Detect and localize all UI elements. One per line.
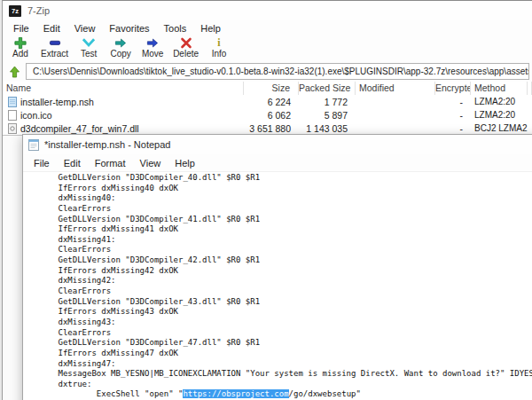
exec-prefix: ExecShell "open" " bbox=[29, 389, 183, 398]
7zip-menu-item[interactable]: View bbox=[67, 23, 103, 34]
7zip-toolbar: Add Extract Test Copy Move bbox=[3, 35, 532, 61]
copy-label: Copy bbox=[110, 50, 130, 59]
move-icon bbox=[145, 36, 160, 50]
column-header-method[interactable]: Method bbox=[471, 82, 528, 95]
info-label: Info bbox=[212, 50, 227, 59]
file-list-header: Name Size Packed Size Modified Encrypted… bbox=[3, 82, 532, 95]
code-line: ClearErrors bbox=[29, 204, 532, 215]
info-icon: i bbox=[217, 36, 220, 50]
delete-label: Delete bbox=[173, 50, 199, 59]
notepad-menu-item[interactable]: View bbox=[133, 158, 168, 169]
address-input[interactable]: C:\Users\Dennis\Downloads\tiktok_live_st… bbox=[26, 63, 529, 80]
7zip-menu-item[interactable]: Edit bbox=[36, 23, 67, 34]
extract-label: Extract bbox=[41, 50, 68, 59]
notepad-window-title: *installer-temp.nsh - Notepad bbox=[44, 139, 170, 150]
address-path: C:\Users\Dennis\Downloads\tiktok_live_st… bbox=[33, 67, 529, 76]
notepad-menubar: FileEditFormatViewHelp bbox=[23, 154, 532, 172]
delete-icon bbox=[179, 36, 193, 50]
delete-button[interactable]: Delete bbox=[168, 36, 203, 59]
info-button[interactable]: i Info bbox=[203, 36, 235, 59]
file-row[interactable]: installer-temp.nsh 6 224 1 772 - LZMA2:2… bbox=[3, 95, 532, 108]
7zip-titlebar[interactable]: 7z 7-Zip bbox=[3, 1, 532, 20]
notepad-titlebar[interactable]: *installer-temp.nsh - Notepad bbox=[23, 135, 532, 154]
7zip-menu-item[interactable]: Favorites bbox=[102, 23, 156, 34]
copy-button[interactable]: Copy bbox=[105, 36, 137, 59]
code-line: dxMissing43: bbox=[29, 318, 532, 328]
up-arrow-icon bbox=[9, 66, 20, 78]
7zip-menu-item[interactable]: Tools bbox=[157, 23, 194, 34]
file-packed-size: 5 897 bbox=[299, 110, 356, 121]
test-button[interactable]: Test bbox=[73, 36, 105, 59]
7zip-app-icon: 7z bbox=[9, 5, 21, 17]
selected-url-text: https://obsproject.com bbox=[183, 389, 288, 398]
add-icon bbox=[13, 36, 27, 50]
code-lines: GetDLLVersion "D3DCompiler_40.dll" $R0 $… bbox=[29, 173, 532, 389]
notepad-app-icon bbox=[28, 138, 39, 151]
file-row[interactable]: icon.ico 6 062 5 897 - LZMA2:20 bbox=[3, 108, 532, 122]
nsh-file-icon bbox=[8, 97, 17, 107]
file-method: LZMA2:20 bbox=[471, 97, 528, 106]
file-encrypted: - bbox=[435, 97, 471, 107]
move-button[interactable]: Move bbox=[137, 36, 168, 59]
test-icon bbox=[82, 36, 96, 50]
code-line: IfErrors dxMissing42 dxOK bbox=[29, 266, 532, 277]
extract-button[interactable]: Extract bbox=[36, 36, 73, 59]
column-header-encrypted[interactable]: Encrypted bbox=[435, 82, 471, 95]
7zip-window-title: 7-Zip bbox=[27, 5, 50, 16]
up-folder-button[interactable] bbox=[6, 64, 22, 79]
file-method: LZMA2:20 bbox=[471, 110, 528, 120]
code-line: GetDLLVersion "D3DCompiler_47.dll" $R0 $… bbox=[29, 338, 532, 349]
7zip-addressbar: C:\Users\Dennis\Downloads\tiktok_live_st… bbox=[3, 61, 532, 82]
file-list: Name Size Packed Size Modified Encrypted… bbox=[3, 82, 532, 136]
file-size: 6 062 bbox=[244, 110, 299, 121]
7zip-menu-item[interactable]: File bbox=[6, 23, 36, 34]
code-line: dxtrue: bbox=[29, 380, 532, 390]
7zip-menu-item[interactable]: Help bbox=[193, 23, 228, 34]
test-label: Test bbox=[81, 50, 97, 59]
file-name: installer-temp.nsh bbox=[20, 97, 94, 107]
code-line: MessageBox MB_YESNO|MB_ICONEXCLAMATION "… bbox=[29, 369, 532, 380]
column-header-size[interactable]: Size bbox=[244, 82, 299, 95]
file-encrypted: - bbox=[435, 123, 471, 134]
file-name: d3dcompiler_47_for_win7.dll bbox=[20, 123, 139, 134]
code-line: ClearErrors bbox=[29, 328, 532, 339]
code-line: GetDLLVersion "D3DCompiler_41.dll" $R0 $… bbox=[29, 215, 532, 225]
7zip-menubar: FileEditViewFavoritesToolsHelp bbox=[3, 20, 532, 35]
add-button[interactable]: Add bbox=[4, 36, 36, 59]
code-line: ClearErrors bbox=[29, 286, 532, 297]
exec-suffix: /go/dxwebsetup" bbox=[289, 389, 361, 398]
file-size: 6 224 bbox=[244, 97, 299, 107]
code-line: IfErrors dxMissing47 dxOK bbox=[29, 349, 532, 359]
code-line: dxMissing47: bbox=[29, 359, 532, 370]
column-header-modified[interactable]: Modified bbox=[356, 82, 435, 95]
file-encrypted: - bbox=[435, 110, 471, 121]
add-label: Add bbox=[12, 50, 28, 59]
column-header-name[interactable]: Name bbox=[3, 82, 244, 95]
ico-file-icon bbox=[8, 110, 17, 121]
notepad-menu-item[interactable]: Help bbox=[168, 158, 202, 169]
file-name: icon.ico bbox=[20, 110, 52, 121]
file-packed-size: 1 772 bbox=[299, 97, 356, 107]
extract-icon bbox=[48, 36, 62, 50]
code-line-execshell: ExecShell "open" "https://obsproject.com… bbox=[29, 389, 532, 400]
notepad-menu-item[interactable]: File bbox=[27, 158, 57, 169]
notepad-menu-item[interactable]: Edit bbox=[57, 158, 88, 169]
code-line: IfErrors dxMissing43 dxOK bbox=[29, 307, 532, 318]
notepad-text-area[interactable]: GetDLLVersion "D3DCompiler_40.dll" $R0 $… bbox=[23, 172, 532, 400]
code-line: GetDLLVersion "D3DCompiler_43.dll" $R0 $… bbox=[29, 297, 532, 308]
file-method: BCJ2 LZMA2:2... bbox=[471, 123, 528, 133]
code-line: dxMissing42: bbox=[29, 276, 532, 286]
code-line: dxMissing40: bbox=[29, 193, 532, 204]
file-row[interactable]: d3dcompiler_47_for_win7.dll 3 651 880 1 … bbox=[3, 122, 532, 135]
notepad-window: *installer-temp.nsh - Notepad FileEditFo… bbox=[22, 134, 532, 400]
code-line: GetDLLVersion "D3DCompiler_40.dll" $R0 $… bbox=[29, 173, 532, 184]
dll-file-icon bbox=[8, 123, 17, 134]
code-line: ClearErrors bbox=[29, 245, 532, 255]
column-header-packed-size[interactable]: Packed Size bbox=[299, 82, 356, 95]
code-line: GetDLLVersion "D3DCompiler_42.dll" $R0 $… bbox=[29, 255, 532, 266]
copy-icon bbox=[113, 36, 128, 50]
move-label: Move bbox=[142, 50, 163, 59]
file-size: 3 651 880 bbox=[244, 123, 299, 134]
notepad-menu-item[interactable]: Format bbox=[88, 158, 133, 169]
file-packed-size: 1 143 035 bbox=[299, 123, 356, 134]
